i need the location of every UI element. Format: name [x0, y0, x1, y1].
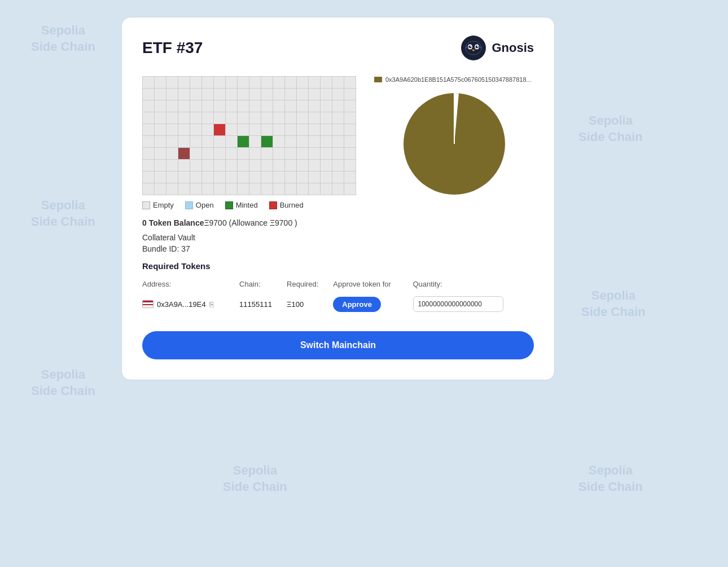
- token-balance-row: 0 Token BalanceΞ9700 (Allowance Ξ9700 ): [142, 218, 534, 227]
- open-swatch: [185, 201, 193, 209]
- empty-swatch: [142, 201, 150, 209]
- token-cell: [297, 172, 308, 183]
- table-row: 0x3A9A...19E4 ⎘ 11155111Ξ100Approve: [142, 293, 534, 315]
- token-cell: [273, 100, 284, 112]
- quantity-input[interactable]: [413, 296, 503, 312]
- copy-icon[interactable]: ⎘: [209, 300, 214, 309]
- burned-label: Burned: [280, 201, 304, 209]
- token-cell: [261, 77, 273, 88]
- token-cell: [166, 183, 178, 195]
- token-cell: [238, 136, 249, 147]
- token-cell: [202, 112, 213, 124]
- collateral-vault: Collateral Vault: [142, 233, 534, 242]
- token-cell: [249, 136, 261, 147]
- token-cell: [155, 183, 166, 195]
- token-cell: [166, 100, 178, 112]
- token-cell: [202, 160, 213, 171]
- token-cell: [285, 112, 296, 124]
- tokens-tbody: 0x3A9A...19E4 ⎘ 11155111Ξ100Approve: [142, 293, 534, 315]
- token-cell: [321, 77, 332, 88]
- col-address: Address:: [142, 278, 239, 293]
- token-cell: [226, 183, 237, 195]
- token-cell: [285, 89, 296, 100]
- token-cell: [261, 112, 273, 124]
- col-chain: Chain:: [239, 278, 287, 293]
- token-cell: [321, 160, 332, 171]
- token-cell: [297, 160, 308, 171]
- approve-button[interactable]: Approve: [333, 297, 381, 312]
- token-cell: [297, 183, 308, 195]
- token-cell: [190, 77, 201, 88]
- token-cell: [202, 89, 213, 100]
- token-cell: [202, 172, 213, 183]
- token-cell: [273, 77, 284, 88]
- token-cell: [285, 124, 296, 135]
- token-cell: [178, 183, 190, 195]
- card-header: ETF #37 Gnosis: [142, 36, 534, 60]
- token-cell: [273, 160, 284, 171]
- token-cell: [309, 183, 320, 195]
- token-cell: [309, 112, 320, 124]
- token-cell: [332, 89, 344, 100]
- table-header-row: Address: Chain: Required: Approve token …: [142, 278, 534, 293]
- token-cell: [226, 136, 237, 147]
- token-cell: [261, 183, 273, 195]
- col-approve: Approve token for: [333, 278, 413, 293]
- token-cell: [214, 148, 225, 159]
- token-cell: [344, 100, 356, 112]
- token-cell: [178, 112, 190, 124]
- open-label: Open: [196, 201, 214, 209]
- etf-title: ETF #37: [142, 39, 203, 57]
- token-cell: [309, 100, 320, 112]
- svg-point-6: [477, 46, 478, 47]
- token-cell: [285, 100, 296, 112]
- token-cell: [273, 136, 284, 147]
- token-cell: [332, 112, 344, 124]
- token-cell: [297, 77, 308, 88]
- token-cell: [190, 148, 201, 159]
- required-tokens-title: Required Tokens: [142, 261, 534, 271]
- switch-mainchain-button[interactable]: Switch Mainchain: [142, 331, 534, 359]
- token-cell: [214, 183, 225, 195]
- gnosis-brand: Gnosis: [461, 36, 534, 60]
- token-cell: [321, 172, 332, 183]
- token-cell: [214, 160, 225, 171]
- address-text: 0x3A9A...19E4: [157, 300, 206, 309]
- legend-open: Open: [185, 201, 214, 209]
- watermark-3: SepoliaSide Chain: [31, 197, 95, 230]
- token-cell: [321, 112, 332, 124]
- chart-legend-swatch: [374, 77, 382, 82]
- balance-prefix: 0 Token Balance: [142, 218, 204, 227]
- token-cell: [332, 172, 344, 183]
- token-cell: [238, 183, 249, 195]
- token-cell: [321, 89, 332, 100]
- watermark-4: SepoliaSide Chain: [581, 288, 646, 320]
- token-cell: [273, 112, 284, 124]
- token-cell: [309, 148, 320, 159]
- token-grid: [142, 76, 356, 195]
- token-cell: [297, 89, 308, 100]
- address-cell: 0x3A9A...19E4 ⎘: [142, 293, 239, 315]
- token-cell: [344, 160, 356, 171]
- token-cell: [143, 124, 154, 135]
- token-cell: [202, 183, 213, 195]
- token-cell: [155, 172, 166, 183]
- watermark-5: SepoliaSide Chain: [31, 367, 95, 399]
- token-cell: [155, 124, 166, 135]
- token-cell: [249, 89, 261, 100]
- token-cell: [226, 172, 237, 183]
- token-cell: [332, 183, 344, 195]
- token-cell: [226, 160, 237, 171]
- token-cell: [344, 172, 356, 183]
- token-cell: [155, 89, 166, 100]
- token-cell: [226, 89, 237, 100]
- token-cell: [143, 172, 154, 183]
- token-cell: [214, 124, 225, 135]
- token-grid-container: Empty Open Minted Burned: [142, 76, 356, 209]
- chart-legend-address: 0x3A9A620b1E8B151A575c067605150347887818…: [385, 76, 532, 83]
- token-cell: [285, 183, 296, 195]
- token-cell: [190, 136, 201, 147]
- token-cell: [143, 89, 154, 100]
- token-cell: [143, 112, 154, 124]
- token-cell: [309, 136, 320, 147]
